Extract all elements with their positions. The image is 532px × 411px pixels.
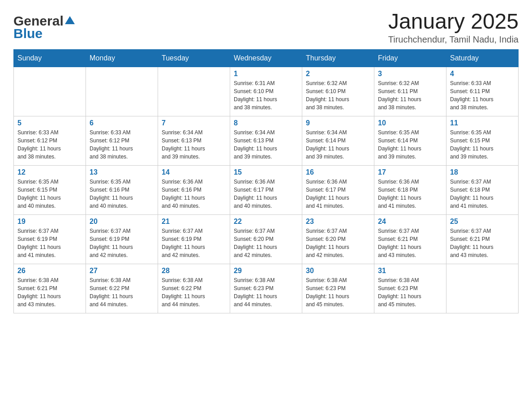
day-info: Sunrise: 6:35 AMSunset: 6:15 PMDaylight:… bbox=[17, 178, 82, 210]
day-number: 30 bbox=[306, 267, 370, 275]
logo: General Blue bbox=[13, 13, 75, 41]
calendar-week-row: 5Sunrise: 6:33 AMSunset: 6:12 PMDaylight… bbox=[14, 116, 519, 166]
day-info: Sunrise: 6:37 AMSunset: 6:19 PMDaylight:… bbox=[17, 227, 82, 259]
day-info: Sunrise: 6:38 AMSunset: 6:23 PMDaylight:… bbox=[234, 276, 298, 308]
calendar-cell bbox=[86, 67, 158, 116]
day-number: 26 bbox=[17, 267, 82, 275]
day-info: Sunrise: 6:34 AMSunset: 6:14 PMDaylight:… bbox=[306, 128, 370, 161]
col-header-monday: Monday bbox=[86, 50, 158, 67]
day-info: Sunrise: 6:36 AMSunset: 6:17 PMDaylight:… bbox=[306, 178, 370, 210]
day-info: Sunrise: 6:37 AMSunset: 6:20 PMDaylight:… bbox=[234, 227, 298, 259]
location-title: Tiruchchendur, Tamil Nadu, India bbox=[388, 34, 519, 45]
day-info: Sunrise: 6:37 AMSunset: 6:19 PMDaylight:… bbox=[90, 227, 154, 259]
logo-triangle-icon bbox=[65, 15, 75, 25]
calendar-cell: 9Sunrise: 6:34 AMSunset: 6:14 PMDaylight… bbox=[302, 116, 374, 166]
calendar-week-row: 12Sunrise: 6:35 AMSunset: 6:15 PMDayligh… bbox=[14, 166, 519, 215]
day-number: 8 bbox=[234, 119, 298, 127]
day-number: 14 bbox=[162, 168, 226, 176]
calendar-cell: 16Sunrise: 6:36 AMSunset: 6:17 PMDayligh… bbox=[302, 166, 374, 215]
day-number: 25 bbox=[450, 218, 515, 226]
day-info: Sunrise: 6:37 AMSunset: 6:21 PMDaylight:… bbox=[378, 227, 442, 259]
day-number: 28 bbox=[162, 267, 226, 275]
calendar-cell: 27Sunrise: 6:38 AMSunset: 6:22 PMDayligh… bbox=[86, 264, 158, 313]
day-number: 31 bbox=[378, 267, 442, 275]
day-info: Sunrise: 6:35 AMSunset: 6:14 PMDaylight:… bbox=[378, 128, 442, 161]
day-number: 9 bbox=[306, 119, 370, 127]
calendar-cell: 30Sunrise: 6:38 AMSunset: 6:23 PMDayligh… bbox=[302, 264, 374, 313]
calendar-cell bbox=[14, 67, 86, 116]
calendar-cell: 26Sunrise: 6:38 AMSunset: 6:21 PMDayligh… bbox=[14, 264, 86, 313]
calendar-cell: 29Sunrise: 6:38 AMSunset: 6:23 PMDayligh… bbox=[230, 264, 302, 313]
calendar-cell: 14Sunrise: 6:36 AMSunset: 6:16 PMDayligh… bbox=[158, 166, 230, 215]
month-title: January 2025 bbox=[388, 9, 519, 34]
day-number: 21 bbox=[162, 218, 226, 226]
day-number: 11 bbox=[450, 119, 515, 127]
day-info: Sunrise: 6:35 AMSunset: 6:16 PMDaylight:… bbox=[90, 178, 154, 210]
day-number: 7 bbox=[162, 119, 226, 127]
day-number: 29 bbox=[234, 267, 298, 275]
calendar-cell bbox=[446, 264, 519, 313]
calendar-cell: 18Sunrise: 6:37 AMSunset: 6:18 PMDayligh… bbox=[446, 166, 519, 215]
day-info: Sunrise: 6:37 AMSunset: 6:18 PMDaylight:… bbox=[450, 178, 515, 210]
day-number: 10 bbox=[378, 119, 442, 127]
calendar-cell: 31Sunrise: 6:38 AMSunset: 6:23 PMDayligh… bbox=[374, 264, 446, 313]
calendar-cell: 3Sunrise: 6:32 AMSunset: 6:11 PMDaylight… bbox=[374, 67, 446, 116]
day-number: 16 bbox=[306, 168, 370, 176]
day-number: 27 bbox=[90, 267, 154, 275]
calendar-header-row: SundayMondayTuesdayWednesdayThursdayFrid… bbox=[14, 50, 519, 67]
day-info: Sunrise: 6:32 AMSunset: 6:10 PMDaylight:… bbox=[306, 79, 370, 111]
day-info: Sunrise: 6:31 AMSunset: 6:10 PMDaylight:… bbox=[234, 79, 298, 111]
day-number: 15 bbox=[234, 168, 298, 176]
col-header-tuesday: Tuesday bbox=[158, 50, 230, 67]
calendar-week-row: 26Sunrise: 6:38 AMSunset: 6:21 PMDayligh… bbox=[14, 264, 519, 313]
day-info: Sunrise: 6:34 AMSunset: 6:13 PMDaylight:… bbox=[234, 128, 298, 161]
calendar-cell: 5Sunrise: 6:33 AMSunset: 6:12 PMDaylight… bbox=[14, 116, 86, 166]
col-header-friday: Friday bbox=[374, 50, 446, 67]
calendar-cell: 1Sunrise: 6:31 AMSunset: 6:10 PMDaylight… bbox=[230, 67, 302, 116]
day-info: Sunrise: 6:36 AMSunset: 6:17 PMDaylight:… bbox=[234, 178, 298, 210]
day-info: Sunrise: 6:33 AMSunset: 6:12 PMDaylight:… bbox=[90, 128, 154, 161]
col-header-saturday: Saturday bbox=[446, 50, 519, 67]
day-number: 19 bbox=[17, 218, 82, 226]
day-number: 13 bbox=[90, 168, 154, 176]
day-number: 12 bbox=[17, 168, 82, 176]
calendar-cell: 7Sunrise: 6:34 AMSunset: 6:13 PMDaylight… bbox=[158, 116, 230, 166]
calendar-cell: 11Sunrise: 6:35 AMSunset: 6:15 PMDayligh… bbox=[446, 116, 519, 166]
day-info: Sunrise: 6:38 AMSunset: 6:22 PMDaylight:… bbox=[90, 276, 154, 308]
day-info: Sunrise: 6:36 AMSunset: 6:16 PMDaylight:… bbox=[162, 178, 226, 210]
col-header-thursday: Thursday bbox=[302, 50, 374, 67]
day-number: 5 bbox=[17, 119, 82, 127]
day-info: Sunrise: 6:32 AMSunset: 6:11 PMDaylight:… bbox=[378, 79, 442, 111]
day-number: 4 bbox=[450, 70, 515, 78]
calendar-cell: 10Sunrise: 6:35 AMSunset: 6:14 PMDayligh… bbox=[374, 116, 446, 166]
day-info: Sunrise: 6:37 AMSunset: 6:20 PMDaylight:… bbox=[306, 227, 370, 259]
calendar-cell: 25Sunrise: 6:37 AMSunset: 6:21 PMDayligh… bbox=[446, 215, 519, 264]
calendar-week-row: 19Sunrise: 6:37 AMSunset: 6:19 PMDayligh… bbox=[14, 215, 519, 264]
day-number: 1 bbox=[234, 70, 298, 78]
day-number: 17 bbox=[378, 168, 442, 176]
day-number: 18 bbox=[450, 168, 515, 176]
day-info: Sunrise: 6:38 AMSunset: 6:23 PMDaylight:… bbox=[306, 276, 370, 308]
day-number: 22 bbox=[234, 218, 298, 226]
calendar-cell: 2Sunrise: 6:32 AMSunset: 6:10 PMDaylight… bbox=[302, 67, 374, 116]
calendar-cell: 17Sunrise: 6:36 AMSunset: 6:18 PMDayligh… bbox=[374, 166, 446, 215]
title-area: January 2025 Tiruchchendur, Tamil Nadu, … bbox=[388, 9, 519, 45]
calendar-cell: 15Sunrise: 6:36 AMSunset: 6:17 PMDayligh… bbox=[230, 166, 302, 215]
calendar-cell: 20Sunrise: 6:37 AMSunset: 6:19 PMDayligh… bbox=[86, 215, 158, 264]
calendar-cell: 19Sunrise: 6:37 AMSunset: 6:19 PMDayligh… bbox=[14, 215, 86, 264]
col-header-sunday: Sunday bbox=[14, 50, 86, 67]
calendar-cell: 23Sunrise: 6:37 AMSunset: 6:20 PMDayligh… bbox=[302, 215, 374, 264]
calendar-cell: 22Sunrise: 6:37 AMSunset: 6:20 PMDayligh… bbox=[230, 215, 302, 264]
day-number: 24 bbox=[378, 218, 442, 226]
logo-blue: Blue bbox=[13, 26, 43, 41]
page-header: General Blue January 2025 Tiruchchendur,… bbox=[13, 9, 519, 45]
calendar-cell: 24Sunrise: 6:37 AMSunset: 6:21 PMDayligh… bbox=[374, 215, 446, 264]
day-info: Sunrise: 6:33 AMSunset: 6:12 PMDaylight:… bbox=[17, 128, 82, 161]
day-info: Sunrise: 6:35 AMSunset: 6:15 PMDaylight:… bbox=[450, 128, 515, 161]
day-number: 2 bbox=[306, 70, 370, 78]
calendar-cell: 4Sunrise: 6:33 AMSunset: 6:11 PMDaylight… bbox=[446, 67, 519, 116]
calendar-cell: 21Sunrise: 6:37 AMSunset: 6:19 PMDayligh… bbox=[158, 215, 230, 264]
calendar-cell bbox=[158, 67, 230, 116]
day-number: 6 bbox=[90, 119, 154, 127]
day-number: 23 bbox=[306, 218, 370, 226]
